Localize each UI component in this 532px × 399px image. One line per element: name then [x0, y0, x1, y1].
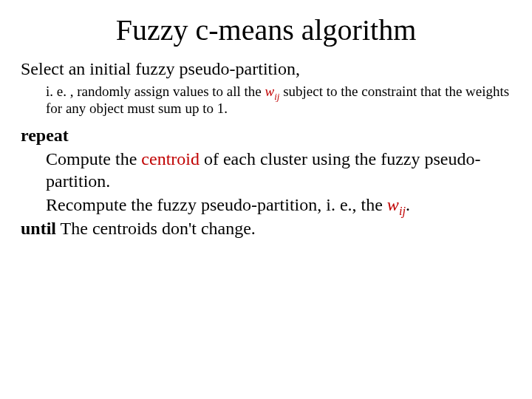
- until-line: until The centroids don't change.: [21, 217, 511, 239]
- var-w-2: w: [387, 195, 399, 214]
- keyword-repeat: repeat: [21, 126, 69, 145]
- until-text: The centroids don't change.: [56, 219, 256, 238]
- var-ij-2: ij: [399, 204, 406, 218]
- step1-text-a: Compute the: [46, 149, 141, 168]
- step-recompute: Recompute the fuzzy pseudo-partition, i.…: [46, 194, 511, 216]
- term-centroid: centroid: [141, 149, 200, 168]
- select-detail: i. e. , randomly assign values to all th…: [46, 83, 511, 117]
- slide-title: Fuzzy c-means algorithm: [21, 13, 511, 47]
- slide: Fuzzy c-means algorithm Select an initia…: [0, 0, 532, 399]
- step2-text-a: Recompute the fuzzy pseudo-partition, i.…: [46, 195, 387, 214]
- step-compute-centroid: Compute the centroid of each cluster usi…: [46, 148, 511, 192]
- keyword-until: until: [21, 219, 56, 238]
- var-w: w: [265, 83, 275, 99]
- select-line: Select an initial fuzzy pseudo-partition…: [21, 58, 511, 80]
- repeat-line: repeat: [21, 124, 511, 146]
- step2-text-b: .: [406, 195, 410, 214]
- detail-text-a: i. e. , randomly assign values to all th…: [46, 83, 265, 99]
